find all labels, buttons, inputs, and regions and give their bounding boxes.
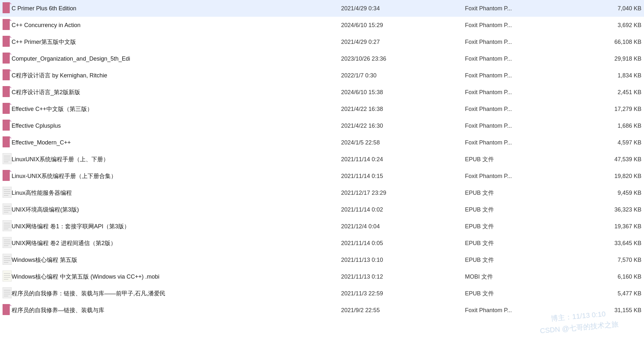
file-type: Foxit Phantom P...	[462, 50, 578, 67]
svg-rect-41	[3, 103, 10, 114]
table-row[interactable]: 程序员的自我修养：链接、装载与库——前甲子,石凡,潘爱民 2021/11/3 2…	[0, 285, 644, 302]
file-name-cell[interactable]: LinuxUNIX系统编程手册（上、下册）	[0, 151, 338, 168]
table-row[interactable]: Linux-UNIX系统编程手册（上下册合集） 2021/11/14 0:15 …	[0, 168, 644, 184]
file-name: Effective Cplusplus	[12, 123, 61, 129]
svg-marker-39	[10, 86, 12, 88]
svg-marker-51	[10, 136, 12, 138]
file-date: 2021/4/22 16:38	[338, 101, 462, 117]
file-name-cell[interactable]: C++ Concurrency in Action	[0, 17, 338, 34]
file-size: 9,459 KB	[578, 184, 644, 201]
file-size: 5,477 KB	[578, 285, 644, 302]
table-row[interactable]: C程序设计语言_第2版新版 2024/6/10 15:38 Foxit Phan…	[0, 84, 644, 101]
file-name-cell[interactable]: Computer_Organization_and_Design_5th_Edi	[0, 50, 338, 67]
file-name-cell[interactable]: C Primer Plus 6th Edition	[0, 0, 338, 17]
svg-rect-72	[3, 220, 12, 231]
file-name-cell[interactable]: Windows核心编程 第五版	[0, 252, 338, 268]
file-name-cell[interactable]: Effective C++中文版（第三版）	[0, 101, 338, 117]
file-date: 2024/6/10 15:38	[338, 84, 462, 101]
file-name-cell[interactable]: Linux高性能服务器编程	[0, 184, 338, 201]
table-row[interactable]: C Primer Plus 6th Edition 2021/4/29 0:34…	[0, 0, 644, 17]
file-icon	[3, 69, 12, 82]
svg-rect-97	[3, 304, 10, 315]
table-row[interactable]: 程序员的自我修养—链接、装载与库 2021/9/2 22:55 Foxit Ph…	[0, 302, 644, 319]
file-icon	[3, 86, 12, 99]
file-name: C++ Concurrency in Action	[12, 22, 80, 29]
file-icon	[3, 287, 12, 300]
file-icon	[3, 120, 12, 132]
svg-rect-53	[3, 153, 12, 164]
file-date: 2021/11/14 0:05	[338, 235, 462, 252]
svg-marker-19	[10, 2, 12, 4]
table-row[interactable]: Effective C++中文版（第三版） 2021/4/22 16:38 Fo…	[0, 101, 644, 117]
table-row[interactable]: C++ Concurrency in Action 2024/6/10 15:2…	[0, 17, 644, 34]
file-name-cell[interactable]: Linux-UNIX系统编程手册（上下册合集）	[0, 168, 338, 184]
table-row[interactable]: UNIX环境高级编程(第3版) 2021/11/14 0:02 EPUB 文件 …	[0, 201, 644, 218]
table-row[interactable]: UNIX网络编程 卷2 进程间通信（第2版） 2021/11/14 0:05 E…	[0, 235, 644, 252]
file-size: 31,155 KB	[578, 302, 644, 319]
file-size: 47,539 KB	[578, 151, 644, 168]
file-date: 2021/11/14 0:15	[338, 168, 462, 184]
file-icon	[3, 203, 12, 216]
file-name-cell[interactable]: 程序员的自我修养：链接、装载与库——前甲子,石凡,潘爱民	[0, 285, 338, 302]
file-icon	[3, 254, 12, 266]
file-name: Windows核心编程 中文第五版 (Windows via CC++) .mo…	[12, 273, 159, 281]
file-date: 2021/4/22 16:30	[338, 117, 462, 134]
table-row[interactable]: Effective_Modern_C++ 2024/1/5 22:58 Foxi…	[0, 134, 644, 151]
file-name-cell[interactable]: Windows核心编程 中文第五版 (Windows via CC++) .mo…	[0, 268, 338, 285]
file-type: EPUB 文件	[462, 151, 578, 168]
file-size: 1,834 KB	[578, 67, 644, 84]
file-name-cell[interactable]: C++ Primer第五版中文版	[0, 34, 338, 50]
table-row[interactable]: LinuxUNIX系统编程手册（上、下册） 2021/11/14 0:24 EP…	[0, 151, 644, 168]
file-type: EPUB 文件	[462, 201, 578, 218]
file-size: 7,570 KB	[578, 252, 644, 268]
file-name: Effective_Modern_C++	[12, 139, 71, 146]
file-type: EPUB 文件	[462, 285, 578, 302]
file-name: Linux高性能服务器编程	[12, 189, 72, 197]
file-name-cell[interactable]: C程序设计语言 by Kernighan, Ritchie	[0, 67, 338, 84]
file-icon	[3, 220, 12, 233]
svg-rect-29	[3, 53, 10, 64]
svg-marker-27	[10, 36, 12, 38]
file-name-cell[interactable]: UNIX环境高级编程(第3版)	[0, 201, 338, 218]
file-icon	[3, 2, 12, 15]
table-row[interactable]: Windows核心编程 中文第五版 (Windows via CC++) .mo…	[0, 268, 644, 285]
svg-marker-23	[10, 19, 12, 21]
svg-rect-49	[3, 136, 10, 147]
file-type: Foxit Phantom P...	[462, 134, 578, 151]
file-name-cell[interactable]: UNIX网络编程 卷1：套接字联网API（第3版）	[0, 218, 338, 235]
file-type: Foxit Phantom P...	[462, 302, 578, 319]
svg-rect-45	[3, 120, 10, 131]
table-row[interactable]: Linux高性能服务器编程 2021/12/17 23:29 EPUB 文件 9…	[0, 184, 644, 201]
table-row[interactable]: C程序设计语言 by Kernighan, Ritchie 2022/1/7 0…	[0, 67, 644, 84]
file-type: EPUB 文件	[462, 252, 578, 268]
table-row[interactable]: UNIX网络编程 卷1：套接字联网API（第3版） 2021/12/4 0:04…	[0, 218, 644, 235]
svg-rect-37	[3, 86, 10, 97]
table-row[interactable]: C++ Primer第五版中文版 2021/4/29 0:27 Foxit Ph…	[0, 34, 644, 50]
file-name-cell[interactable]: 程序员的自我修养—链接、装载与库	[0, 302, 338, 319]
file-date: 2024/1/5 22:58	[338, 134, 462, 151]
table-row[interactable]: Effective Cplusplus 2021/4/22 16:30 Foxi…	[0, 117, 644, 134]
table-row[interactable]: Computer_Organization_and_Design_5th_Edi…	[0, 50, 644, 67]
file-name-cell[interactable]: Effective_Modern_C++	[0, 134, 338, 151]
file-size: 2,451 KB	[578, 84, 644, 101]
file-size: 3,692 KB	[578, 17, 644, 34]
svg-marker-35	[10, 69, 12, 71]
file-name-cell[interactable]: C程序设计语言_第2版新版	[0, 84, 338, 101]
file-icon	[3, 271, 12, 283]
file-icon	[3, 237, 12, 250]
file-size: 19,820 KB	[578, 168, 644, 184]
file-date: 2023/10/26 23:36	[338, 50, 462, 67]
file-name-cell[interactable]: Effective Cplusplus	[0, 117, 338, 134]
file-name: C++ Primer第五版中文版	[12, 38, 76, 46]
file-list: C Primer Plus 6th Edition 2021/4/29 0:34…	[0, 0, 644, 319]
file-icon	[3, 153, 12, 166]
file-icon	[3, 170, 12, 183]
file-date: 2021/4/29 0:34	[338, 0, 462, 17]
file-name-cell[interactable]: UNIX网络编程 卷2 进程间通信（第2版）	[0, 235, 338, 252]
file-icon	[3, 19, 12, 32]
file-size: 7,040 KB	[578, 0, 644, 17]
svg-rect-82	[3, 254, 12, 265]
file-size: 4,597 KB	[578, 134, 644, 151]
table-row[interactable]: Windows核心编程 第五版 2021/11/13 0:10 EPUB 文件 …	[0, 252, 644, 268]
file-icon	[3, 136, 12, 149]
